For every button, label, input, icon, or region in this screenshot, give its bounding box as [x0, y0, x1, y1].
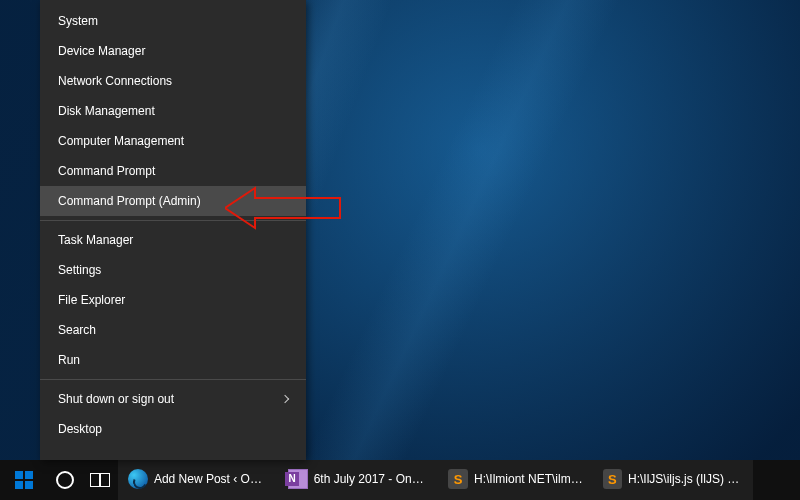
winx-context-menu: System Device Manager Network Connection…	[40, 0, 306, 460]
menu-label: Command Prompt (Admin)	[58, 194, 201, 208]
menu-label: File Explorer	[58, 293, 125, 307]
menu-label: Desktop	[58, 422, 102, 436]
menu-item-shutdown-signout[interactable]: Shut down or sign out	[40, 384, 306, 414]
menu-item-system[interactable]: System	[40, 6, 306, 36]
menu-label: Device Manager	[58, 44, 145, 58]
menu-item-file-explorer[interactable]: File Explorer	[40, 285, 306, 315]
menu-item-device-manager[interactable]: Device Manager	[40, 36, 306, 66]
menu-item-task-manager[interactable]: Task Manager	[40, 225, 306, 255]
menu-label: Run	[58, 353, 80, 367]
menu-label: Task Manager	[58, 233, 133, 247]
task-label: Add New Post ‹ On…	[154, 472, 268, 486]
menu-label: System	[58, 14, 98, 28]
menu-label: Search	[58, 323, 96, 337]
menu-label: Network Connections	[58, 74, 172, 88]
sublime-icon: S	[448, 469, 468, 489]
taskbar-task-onenote[interactable]: 6th July 2017 - One…	[278, 460, 438, 500]
menu-label: Disk Management	[58, 104, 155, 118]
menu-item-run[interactable]: Run	[40, 345, 306, 375]
menu-item-desktop[interactable]: Desktop	[40, 414, 306, 444]
menu-label: Computer Management	[58, 134, 184, 148]
windows-logo-icon	[15, 471, 33, 489]
task-label: H:\IlJS\iljs.js (IlJS) - …	[628, 472, 743, 486]
start-button[interactable]	[0, 460, 48, 500]
menu-item-command-prompt-admin[interactable]: Command Prompt (Admin)	[40, 186, 306, 216]
menu-separator	[40, 220, 306, 221]
edge-icon	[128, 469, 148, 489]
task-label: H:\Ilmiont NET\ilm…	[474, 472, 583, 486]
chevron-right-icon	[281, 395, 289, 403]
task-view-icon	[90, 473, 110, 487]
menu-label: Command Prompt	[58, 164, 155, 178]
menu-item-computer-management[interactable]: Computer Management	[40, 126, 306, 156]
menu-item-network-connections[interactable]: Network Connections	[40, 66, 306, 96]
menu-label: Shut down or sign out	[58, 392, 174, 406]
cortana-button[interactable]	[48, 460, 82, 500]
menu-item-settings[interactable]: Settings	[40, 255, 306, 285]
sublime-icon: S	[603, 469, 622, 489]
task-view-button[interactable]	[82, 460, 118, 500]
taskbar-task-sublime-1[interactable]: S H:\Ilmiont NET\ilm…	[438, 460, 593, 500]
menu-item-disk-management[interactable]: Disk Management	[40, 96, 306, 126]
cortana-icon	[56, 471, 74, 489]
taskbar: Add New Post ‹ On… 6th July 2017 - One… …	[0, 460, 800, 500]
task-label: 6th July 2017 - One…	[314, 472, 428, 486]
taskbar-task-edge[interactable]: Add New Post ‹ On…	[118, 460, 278, 500]
taskbar-task-sublime-2[interactable]: S H:\IlJS\iljs.js (IlJS) - …	[593, 460, 753, 500]
onenote-icon	[288, 469, 308, 489]
menu-label: Settings	[58, 263, 101, 277]
menu-item-command-prompt[interactable]: Command Prompt	[40, 156, 306, 186]
menu-separator	[40, 379, 306, 380]
menu-item-search[interactable]: Search	[40, 315, 306, 345]
